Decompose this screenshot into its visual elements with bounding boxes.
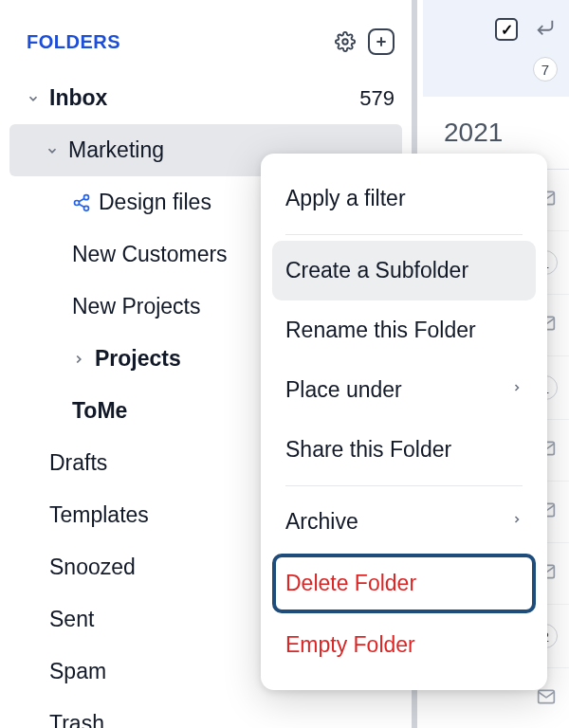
- folders-title: FOLDERS: [27, 31, 120, 53]
- menu-item-label: Empty Folder: [285, 632, 415, 658]
- menu-item-label: Archive: [285, 509, 358, 535]
- folder-label: Trash: [49, 711, 395, 728]
- menu-item-label: Share this Folder: [285, 437, 451, 463]
- folder-context-menu: Apply a filterCreate a SubfolderRename t…: [261, 154, 547, 690]
- menu-divider: [285, 485, 523, 486]
- share-icon: [72, 193, 91, 212]
- add-folder-icon[interactable]: [368, 28, 395, 55]
- menu-item-rename-this-folder[interactable]: Rename this Folder: [272, 300, 536, 360]
- menu-item-apply-a-filter[interactable]: Apply a filter: [272, 169, 536, 228]
- menu-item-empty-folder[interactable]: Empty Folder: [272, 615, 536, 675]
- svg-point-3: [84, 194, 89, 199]
- unread-count-badge: 7: [533, 57, 558, 82]
- menu-item-create-a-subfolder[interactable]: Create a Subfolder: [272, 241, 536, 300]
- menu-item-label: Delete Folder: [285, 571, 416, 596]
- reply-icon[interactable]: [533, 17, 558, 42]
- folder-item-trash[interactable]: Trash: [0, 698, 412, 728]
- svg-line-6: [79, 204, 84, 207]
- menu-item-label: Place under: [285, 377, 402, 403]
- chevron-right-icon[interactable]: [72, 353, 87, 366]
- menu-item-delete-folder[interactable]: Delete Folder: [272, 554, 536, 613]
- select-all-checkbox-icon[interactable]: ✓: [495, 18, 518, 41]
- folders-actions: [332, 28, 395, 55]
- menu-item-label: Rename this Folder: [285, 318, 476, 343]
- svg-line-7: [79, 198, 84, 201]
- chevron-down-icon[interactable]: [27, 92, 42, 105]
- svg-point-5: [84, 206, 89, 210]
- svg-point-0: [342, 39, 348, 45]
- folders-header: FOLDERS: [0, 0, 412, 72]
- mail-list-toolbar: ✓: [423, 0, 569, 49]
- svg-point-4: [75, 200, 80, 205]
- chevron-down-icon[interactable]: [46, 144, 61, 157]
- envelope-icon: [535, 687, 558, 710]
- chevron-right-icon: [511, 511, 523, 533]
- unread-badge-row: 7: [423, 49, 569, 97]
- menu-divider: [285, 234, 523, 235]
- folder-item-inbox[interactable]: Inbox579: [0, 72, 412, 124]
- menu-item-archive[interactable]: Archive: [272, 492, 536, 552]
- menu-item-place-under[interactable]: Place under: [272, 360, 536, 420]
- menu-item-label: Apply a filter: [285, 186, 406, 211]
- folder-count: 579: [359, 86, 395, 111]
- menu-item-share-this-folder[interactable]: Share this Folder: [272, 420, 536, 480]
- gear-icon[interactable]: [332, 28, 358, 55]
- chevron-right-icon: [511, 379, 523, 401]
- menu-item-label: Create a Subfolder: [285, 258, 468, 283]
- folder-label: Inbox: [49, 85, 359, 111]
